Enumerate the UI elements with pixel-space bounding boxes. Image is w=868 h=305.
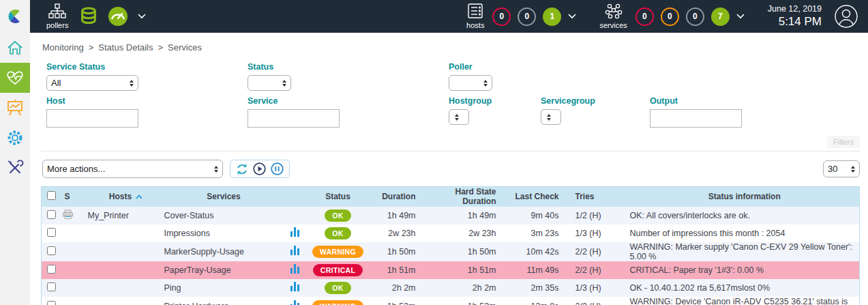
hostgroup-select[interactable] [449,109,469,125]
more-actions-value: More actions... [47,164,105,174]
table-row: ImpressionsOK2w 23h2w 23h3m 23s1/3 (H)Nu… [42,224,860,242]
refresh-button[interactable] [236,163,248,175]
duration-cell: 2w 23h [370,224,432,242]
host-cell [88,224,164,242]
pollers-label: pollers [46,21,68,29]
host-cell [88,279,164,297]
toolbar: More actions... [42,160,860,178]
play-button[interactable] [253,162,266,175]
graph-icon[interactable] [290,227,299,237]
more-actions-select[interactable]: More actions... [42,160,223,178]
col-last-check[interactable]: Last Check [513,187,575,207]
servicegroup-select[interactable] [541,109,561,125]
row-checkbox[interactable] [47,282,56,291]
col-services[interactable]: Services [164,187,284,207]
sidebar-item-reporting[interactable] [0,93,30,123]
pollers-menu[interactable]: pollers [46,3,68,29]
services-unknown-counter[interactable]: 0 [686,8,704,26]
hard-duration-cell: 2w 23h [432,224,513,242]
row-checkbox[interactable] [47,228,56,237]
table-row: PaperTray-UsageCRITICAL1h 51m1h 51m11m 4… [42,261,860,279]
status-cell: WARNING [307,297,370,305]
graph-icon[interactable] [290,264,299,274]
hosts-down-counter[interactable]: 0 [492,8,511,26]
poller-select[interactable] [449,75,492,91]
service-link[interactable]: MarkerSupply-Usage [164,247,244,257]
col-status[interactable]: Status [307,187,370,207]
tries-cell: 2/2 (H) [575,261,630,279]
last-check-cell: 10m 42s [513,242,575,261]
service-link[interactable]: Printer-Hardware [164,302,229,305]
sidebar-item-monitoring[interactable] [0,63,30,93]
status-filter: Status [248,62,449,91]
sidebar-item-administration[interactable] [0,153,30,183]
user-avatar-icon[interactable] [834,4,858,29]
output-input[interactable] [650,109,742,128]
col-hosts[interactable]: Hosts [88,187,164,207]
hosts-unreachable-counter[interactable]: 0 [518,8,536,26]
col-tries[interactable]: Tries [575,187,630,207]
service-link[interactable]: PaperTray-Usage [164,265,231,275]
services-label: services [599,21,627,29]
row-checkbox[interactable] [47,265,56,274]
graph-icon[interactable] [290,300,299,305]
tries-cell: 1/3 (H) [575,224,630,242]
services-chevron-down-icon[interactable] [736,14,745,19]
col-severity[interactable]: S [62,187,88,207]
breadcrumb-item-monitoring[interactable]: Monitoring [42,42,84,53]
filter-panel: Service Status All Status Poller [41,62,860,151]
latency-gauge-icon[interactable] [108,6,128,27]
sidebar-item-home[interactable] [0,33,30,63]
host-input[interactable] [46,109,138,128]
host-cell: My_Printer [88,207,164,224]
services-critical-counter[interactable]: 0 [635,8,654,26]
row-checkbox[interactable] [47,210,56,219]
info-cell: OK - 10.40.1.202 rta 5,617mslost 0% [630,279,860,297]
sidebar-item-configuration[interactable] [0,123,30,153]
tries-cell: 1/2 (H) [575,207,630,224]
duration-cell: 1h 51m [370,261,432,279]
service-link[interactable]: Ping [164,283,181,293]
graph-icon[interactable] [290,246,299,255]
breadcrumb: Monitoring > Status Details > Services [42,42,860,53]
col-hard-state-duration[interactable]: Hard State Duration [432,187,513,207]
hosts-menu[interactable]: hosts [466,3,484,29]
service-link[interactable]: Cover-Status [164,211,214,220]
host-cell [88,297,164,305]
col-duration[interactable]: Duration [370,187,432,207]
select-cell [42,207,62,224]
service-input[interactable] [248,109,340,128]
info-cell: Number of impressions this month : 2054 [630,224,860,242]
duration-cell: 1h 53m [370,297,432,305]
pause-button[interactable] [271,162,284,175]
hosts-up-counter[interactable]: 1 [543,8,561,26]
centreon-logo[interactable] [0,0,30,33]
hosts-chevron-down-icon[interactable] [568,14,576,19]
status-cell: OK [307,279,370,297]
database-status-icon[interactable] [79,7,98,26]
tools-icon [6,159,24,177]
row-checkbox[interactable] [47,246,56,255]
breadcrumb-item-status-details[interactable]: Status Details [98,42,153,53]
service-link[interactable]: Impressions [164,229,210,238]
last-check-cell: 3m 23s [513,224,575,242]
graph-cell [284,261,307,279]
col-status-information[interactable]: Status information [630,187,860,207]
page-size-select[interactable]: 30 [823,160,860,177]
poller-chevron-down-icon[interactable] [138,14,146,19]
select-all-checkbox[interactable] [47,191,56,200]
play-icon [253,162,266,175]
printer-icon [62,209,74,220]
host-link[interactable]: My_Printer [88,211,129,220]
breadcrumb-item-services[interactable]: Services [168,42,202,53]
select-stepper-icon [214,166,218,173]
services-warning-counter[interactable]: 0 [661,8,679,26]
service-status-filter: Service Status All [46,62,248,91]
services-menu[interactable]: services [599,3,627,29]
service-status-select[interactable]: All [46,75,138,91]
services-ok-counter[interactable]: 7 [711,8,730,26]
row-checkbox[interactable] [47,301,56,305]
service-cell: Ping [164,279,284,297]
graph-icon[interactable] [290,282,299,291]
status-select[interactable] [248,75,291,91]
